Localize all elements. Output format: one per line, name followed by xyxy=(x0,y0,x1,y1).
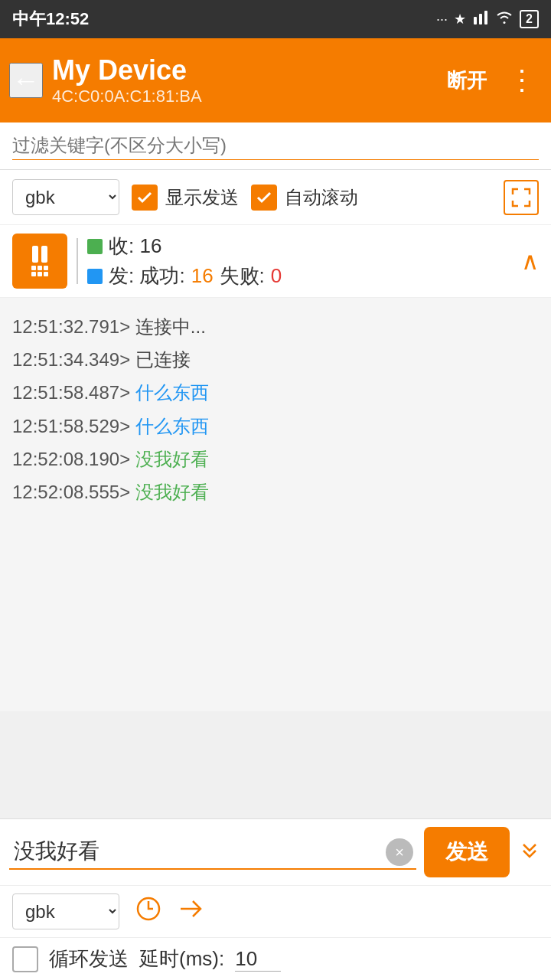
options-row: gbk utf-8 ascii xyxy=(0,886,551,938)
back-button[interactable]: ← xyxy=(9,63,43,98)
log-timestamp: 12:51:58.529> xyxy=(12,416,130,436)
recv-indicator xyxy=(87,239,103,254)
loop-row: 循环发送 延时(ms): xyxy=(0,938,551,980)
status-bar: 中午12:52 ··· ★ 2 xyxy=(0,0,551,38)
send-success: 16 xyxy=(191,264,214,288)
log-message: 没我好看 xyxy=(130,449,209,469)
send-input[interactable] xyxy=(9,835,416,870)
clear-icon: × xyxy=(395,844,404,861)
show-send-label: 显示发送 xyxy=(165,185,239,210)
svg-rect-2 xyxy=(484,11,487,24)
recv-stat: 收: 16 xyxy=(87,233,512,260)
log-message: 已连接 xyxy=(130,349,191,370)
log-area: 12:51:32.791> 连接中...12:51:34.349> 已连接12:… xyxy=(0,298,551,711)
show-send-group: 显示发送 xyxy=(132,185,239,211)
clear-grid xyxy=(31,266,48,276)
auto-scroll-group: 自动滚动 xyxy=(251,185,358,211)
log-entry: 12:51:34.349> 已连接 xyxy=(12,343,539,376)
auto-scroll-label: 自动滚动 xyxy=(285,185,358,210)
log-entry: 12:51:58.487> 什么东西 xyxy=(12,376,539,409)
battery-icon: 2 xyxy=(520,10,539,28)
svg-rect-1 xyxy=(479,14,482,24)
log-message: 连接中... xyxy=(130,316,206,337)
stats-row: 收: 16 发: 成功: 16 失败: 0 ∧ xyxy=(0,225,551,298)
stats-info: 收: 16 发: 成功: 16 失败: 0 xyxy=(87,233,512,289)
loop-label: 循环发送 xyxy=(49,946,129,972)
log-message: 什么东西 xyxy=(130,382,209,403)
log-entry: 12:51:32.791> 连接中... xyxy=(12,310,539,343)
log-entry: 12:52:08.555> 没我好看 xyxy=(12,475,539,508)
fail-label: 失败: xyxy=(220,263,265,289)
auto-scroll-checkbox[interactable] xyxy=(251,185,277,211)
status-time: 中午12:52 xyxy=(12,8,89,31)
filter-input[interactable] xyxy=(12,132,539,160)
bluetooth-icon: ★ xyxy=(454,11,466,28)
disconnect-button[interactable]: 断开 xyxy=(441,61,493,100)
encoding-select-bottom[interactable]: gbk utf-8 ascii xyxy=(12,893,119,929)
signal-dots-icon: ··· xyxy=(436,11,448,28)
log-entry: 12:51:58.529> 什么东西 xyxy=(12,410,539,443)
more-button[interactable]: ⋮ xyxy=(502,58,542,103)
send-row: × 发送 xyxy=(0,819,551,886)
send-fail: 0 xyxy=(271,264,282,288)
send-label: 发: 成功: xyxy=(109,263,185,289)
log-timestamp: 12:52:08.190> xyxy=(12,449,130,469)
pause-bar-right xyxy=(41,246,47,263)
cellular-icon xyxy=(472,9,489,30)
log-timestamp: 12:51:32.791> xyxy=(12,316,130,337)
collapse-button[interactable]: ∧ xyxy=(521,247,539,276)
pause-bar-left xyxy=(32,246,38,263)
controls-row: gbk utf-8 ascii 显示发送 自动滚动 xyxy=(0,170,551,225)
send-stat: 发: 成功: 16 失败: 0 xyxy=(87,263,512,289)
fullscreen-button[interactable] xyxy=(504,180,539,215)
device-name: My Device xyxy=(52,54,432,87)
clear-input-button[interactable]: × xyxy=(386,838,413,866)
wifi-icon xyxy=(495,11,514,28)
log-message: 没我好看 xyxy=(130,482,209,502)
title-block: My Device 4C:C0:0A:C1:81:BA xyxy=(52,54,432,106)
delay-label: 延时(ms): xyxy=(139,946,224,972)
log-message: 什么东西 xyxy=(130,416,209,436)
toolbar: ← My Device 4C:C0:0A:C1:81:BA 断开 ⋮ xyxy=(0,38,551,122)
recv-label: 收: 16 xyxy=(109,233,161,260)
svg-rect-0 xyxy=(474,17,477,24)
log-timestamp: 12:51:34.349> xyxy=(12,349,130,370)
send-direct-button[interactable] xyxy=(178,895,205,929)
loop-checkbox[interactable] xyxy=(12,946,38,972)
delay-input[interactable] xyxy=(235,947,281,972)
send-button[interactable]: 发送 xyxy=(424,827,510,877)
log-timestamp: 12:52:08.555> xyxy=(12,482,130,502)
pause-clear-button[interactable] xyxy=(12,234,67,289)
log-timestamp: 12:51:58.487> xyxy=(12,382,130,403)
expand-button[interactable] xyxy=(517,837,542,867)
bottom-area: × 发送 gbk utf-8 ascii xyxy=(0,818,551,980)
send-indicator xyxy=(87,269,103,284)
status-icons: ··· ★ 2 xyxy=(436,9,539,30)
filter-row xyxy=(0,122,551,170)
device-mac: 4C:C0:0A:C1:81:BA xyxy=(52,87,432,106)
log-entry: 12:52:08.190> 没我好看 xyxy=(12,443,539,475)
history-button[interactable] xyxy=(135,895,162,929)
show-send-checkbox[interactable] xyxy=(132,185,158,211)
send-input-wrapper: × xyxy=(9,835,416,870)
encoding-select-top[interactable]: gbk utf-8 ascii xyxy=(12,179,119,215)
stats-divider xyxy=(77,238,78,284)
